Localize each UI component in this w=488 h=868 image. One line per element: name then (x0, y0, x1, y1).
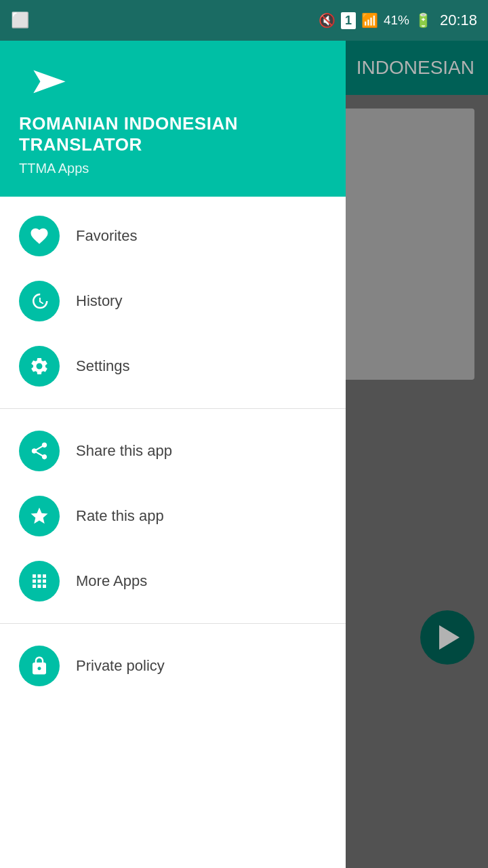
battery-icon: 🔋 (415, 12, 432, 28)
privacy-label: Private policy (76, 657, 165, 675)
menu-item-settings[interactable]: Settings (0, 334, 346, 399)
navigation-drawer: ROMANIAN INDONESIAN TRANSLATOR TTMA Apps… (0, 41, 346, 868)
menu-item-more-apps[interactable]: More Apps (0, 549, 346, 614)
gear-icon (29, 356, 49, 376)
menu-section-2: Share this app Rate this app More Apps (0, 412, 346, 620)
status-bar: ⬜ 🔇 1 📶 41% 🔋 20:18 (0, 0, 488, 41)
share-icon-circle (19, 431, 60, 471)
menu-item-favorites[interactable]: Favorites (0, 203, 346, 269)
menu-item-share[interactable]: Share this app (0, 418, 346, 484)
lock-icon (29, 656, 49, 676)
menu-item-history[interactable]: History (0, 269, 346, 334)
history-icon-circle (19, 281, 60, 321)
more-apps-icon-circle (19, 561, 60, 601)
settings-label: Settings (76, 357, 130, 375)
screen-icon: ⬜ (11, 12, 29, 29)
favorites-label: Favorites (76, 227, 137, 245)
battery-text: 41% (384, 13, 409, 28)
signal-icon: 📶 (361, 12, 378, 28)
rate-icon-circle (19, 496, 60, 536)
divider-2 (0, 623, 346, 624)
menu-item-rate[interactable]: Rate this app (0, 484, 346, 549)
settings-icon-circle (19, 346, 60, 387)
time: 20:18 (440, 12, 477, 29)
divider-1 (0, 408, 346, 409)
privacy-icon-circle (19, 646, 60, 686)
menu-item-privacy[interactable]: Private policy (0, 633, 346, 698)
clock-icon (29, 291, 49, 311)
heart-icon (29, 226, 49, 246)
star-icon (29, 506, 49, 526)
share-label: Share this app (76, 442, 172, 460)
mute-icon: 🔇 (319, 12, 336, 28)
drawer-developer: TTMA Apps (19, 161, 327, 176)
favorites-icon-circle (19, 216, 60, 256)
drawer-header: ROMANIAN INDONESIAN TRANSLATOR TTMA Apps (0, 41, 346, 197)
menu-section-3: Private policy (0, 627, 346, 705)
menu-section-1: Favorites History Settings (0, 197, 346, 406)
more-apps-label: More Apps (76, 572, 147, 590)
drawer-app-name: ROMANIAN INDONESIAN TRANSLATOR (19, 113, 327, 155)
history-label: History (76, 292, 122, 310)
rate-label: Rate this app (76, 507, 164, 525)
grid-icon (29, 571, 49, 591)
sim-icon: 1 (341, 12, 356, 29)
app-logo (19, 61, 80, 102)
share-icon (29, 441, 49, 461)
